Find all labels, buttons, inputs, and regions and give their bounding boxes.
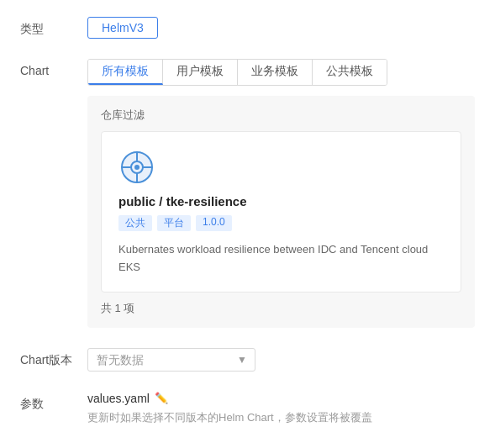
version-row: Chart版本 暂无数据 ▼ [20, 348, 475, 372]
type-row: 类型 HelmV3 [20, 17, 475, 39]
tab-user-templates[interactable]: 用户模板 [163, 60, 238, 85]
type-helmv3-button[interactable]: HelmV3 [87, 17, 158, 39]
params-filename-row: values.yaml ✏️ [87, 392, 475, 405]
chart-panel: 仓库过滤 [87, 96, 475, 328]
tab-all-templates[interactable]: 所有模板 [88, 60, 163, 85]
version-select[interactable]: 暂无数据 [87, 348, 255, 372]
chart-label: Chart [20, 59, 87, 77]
chart-card-title: public / tke-resilience [118, 194, 247, 208]
type-content: HelmV3 [87, 17, 475, 39]
chart-card-description: Kubernates workload resilience between I… [118, 241, 444, 277]
type-label: 类型 [20, 17, 87, 37]
edit-icon[interactable]: ✏️ [155, 392, 168, 404]
version-label: Chart版本 [20, 348, 87, 368]
tab-business-templates[interactable]: 业务模板 [238, 60, 313, 85]
params-filename: values.yaml [87, 392, 150, 405]
params-hint: 更新时如果选择不同版本的Helm Chart，参数设置将被覆盖 [87, 410, 475, 425]
tab-public-templates[interactable]: 公共模板 [313, 60, 387, 85]
tag-version: 1.0.0 [196, 215, 232, 231]
params-label: 参数 [20, 392, 87, 412]
form-container: 类型 HelmV3 Chart 所有模板 用户模板 业务模板 公共模板 仓库过滤 [0, 0, 495, 448]
chart-count: 共 1 项 [101, 301, 461, 316]
chart-content: 所有模板 用户模板 业务模板 公共模板 仓库过滤 [87, 59, 475, 328]
chart-helm-icon [118, 149, 155, 186]
tag-platform: 平台 [157, 215, 191, 231]
params-row: 参数 values.yaml ✏️ 更新时如果选择不同版本的Helm Chart… [20, 392, 475, 425]
version-select-wrapper: 暂无数据 ▼ [87, 348, 255, 372]
params-content: values.yaml ✏️ 更新时如果选择不同版本的Helm Chart，参数… [87, 392, 475, 425]
version-content: 暂无数据 ▼ [87, 348, 475, 372]
svg-point-6 [134, 165, 140, 170]
chart-row: Chart 所有模板 用户模板 业务模板 公共模板 仓库过滤 [20, 59, 475, 328]
chart-card[interactable]: public / tke-resilience 公共 平台 1.0.0 Kube… [101, 131, 461, 293]
tag-public: 公共 [118, 215, 152, 231]
chart-card-tags: 公共 平台 1.0.0 [118, 215, 232, 231]
filter-label: 仓库过滤 [101, 108, 461, 123]
chart-card-inner: public / tke-resilience 公共 平台 1.0.0 Kube… [118, 149, 444, 277]
chart-tabs: 所有模板 用户模板 业务模板 公共模板 [87, 59, 387, 86]
